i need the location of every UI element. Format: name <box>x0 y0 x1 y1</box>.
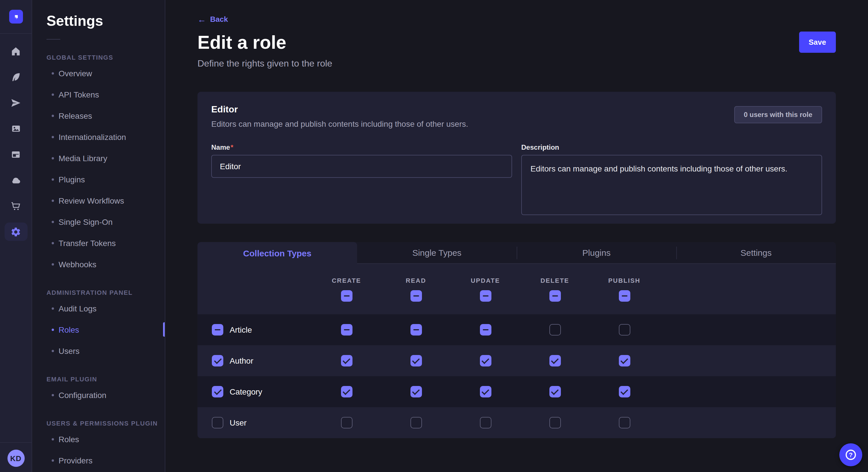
permission-column-delete: DELETE <box>520 264 590 314</box>
subnav-item-plugins[interactable]: Plugins <box>32 169 165 190</box>
bullet-icon <box>52 178 54 180</box>
row-category-checkbox[interactable] <box>212 386 223 398</box>
permission-cell <box>312 324 381 336</box>
row-article-checkbox[interactable] <box>212 324 223 336</box>
category-read-checkbox[interactable] <box>410 386 422 398</box>
tab-settings[interactable]: Settings <box>676 242 836 264</box>
nav-item-content-type-builder[interactable] <box>4 145 27 164</box>
subnav-item-label: Releases <box>59 111 92 120</box>
author-delete-checkbox[interactable] <box>549 355 561 367</box>
subnav-item-webhooks[interactable]: Webhooks <box>32 254 165 275</box>
subnav-item-label: Plugins <box>59 175 85 184</box>
user-delete-checkbox[interactable] <box>549 417 561 429</box>
content-type-builder-icon <box>10 149 21 160</box>
main-nav-sidebar: KD <box>0 0 32 472</box>
category-update-checkbox[interactable] <box>479 386 491 398</box>
nav-item-deploy[interactable] <box>4 94 27 112</box>
row-name-cell: Article <box>197 324 312 336</box>
article-update-checkbox[interactable] <box>479 324 491 336</box>
subnav-item-roles[interactable]: Roles <box>32 429 165 450</box>
user-update-checkbox[interactable] <box>479 417 491 429</box>
help-button[interactable]: ? <box>839 443 862 466</box>
select-all-delete-checkbox[interactable] <box>549 290 561 302</box>
subnav-item-single-sign-on[interactable]: Single Sign-On <box>32 211 165 232</box>
select-all-read-checkbox[interactable] <box>410 290 422 302</box>
nav-item-marketplace[interactable] <box>4 197 27 215</box>
subnav-item-releases[interactable]: Releases <box>32 105 165 126</box>
home-icon <box>10 45 21 57</box>
author-read-checkbox[interactable] <box>410 355 422 367</box>
content-manager-icon <box>10 71 21 82</box>
bullet-icon <box>52 242 54 244</box>
category-publish-checkbox[interactable] <box>619 386 630 398</box>
subnav-item-internationalization[interactable]: Internationalization <box>32 126 165 147</box>
select-all-update-checkbox[interactable] <box>479 290 491 302</box>
category-delete-checkbox[interactable] <box>549 386 561 398</box>
category-create-checkbox[interactable] <box>341 386 352 398</box>
deploy-icon <box>10 97 21 108</box>
row-label: User <box>229 418 247 427</box>
permission-cell <box>520 324 590 336</box>
subnav-item-audit-logs[interactable]: Audit Logs <box>32 298 165 319</box>
nav-item-cloud[interactable] <box>4 171 27 189</box>
role-info-card: Editor Editors can manage and publish co… <box>197 92 836 224</box>
tab-single-types[interactable]: Single Types <box>357 242 517 264</box>
permission-cell <box>590 355 659 367</box>
subnav-item-users[interactable]: Users <box>32 340 165 361</box>
tab-plugins[interactable]: Plugins <box>517 242 676 264</box>
nav-item-content-manager[interactable] <box>4 68 27 86</box>
users-with-role-button[interactable]: 0 users with this role <box>734 106 822 123</box>
save-button[interactable]: Save <box>799 32 836 53</box>
strapi-logo[interactable] <box>9 10 23 24</box>
article-delete-checkbox[interactable] <box>549 324 561 336</box>
name-input[interactable] <box>211 155 512 178</box>
subnav-item-configuration[interactable]: Configuration <box>32 384 165 405</box>
user-create-checkbox[interactable] <box>341 417 352 429</box>
permission-cell <box>520 386 590 398</box>
permission-cell <box>312 355 381 367</box>
row-label: Article <box>229 325 252 334</box>
article-publish-checkbox[interactable] <box>619 324 630 336</box>
subnav-item-label: Single Sign-On <box>59 217 113 226</box>
tab-collection-types[interactable]: Collection Types <box>197 242 357 264</box>
main-content: ← Back Edit a role Define the rights giv… <box>165 0 868 472</box>
user-read-checkbox[interactable] <box>410 417 422 429</box>
settings-subnav: Settings GLOBAL SETTINGSOverviewAPI Toke… <box>32 0 165 472</box>
subnav-item-label: Overview <box>59 69 92 78</box>
user-publish-checkbox[interactable] <box>619 417 630 429</box>
column-header-label: UPDATE <box>471 277 500 284</box>
row-author-checkbox[interactable] <box>212 355 223 367</box>
bullet-icon <box>52 114 54 117</box>
subnav-item-media-library[interactable]: Media Library <box>32 147 165 169</box>
row-name-cell: Author <box>197 355 312 367</box>
select-all-create-checkbox[interactable] <box>341 290 352 302</box>
subnav-item-api-tokens[interactable]: API Tokens <box>32 84 165 105</box>
nav-item-media-library[interactable] <box>4 119 27 138</box>
subnav-item-providers[interactable]: Providers <box>32 450 165 471</box>
article-create-checkbox[interactable] <box>341 324 352 336</box>
subnav-item-label: Review Workflows <box>59 196 124 205</box>
marketplace-icon <box>10 200 21 211</box>
nav-item-home[interactable] <box>4 42 27 60</box>
sidebar-divider <box>0 33 32 34</box>
author-publish-checkbox[interactable] <box>619 355 630 367</box>
user-avatar[interactable]: KD <box>7 450 24 467</box>
column-header-label: DELETE <box>540 277 569 284</box>
subnav-item-roles[interactable]: Roles <box>32 319 165 340</box>
select-all-publish-checkbox[interactable] <box>619 290 630 302</box>
main-nav-icons <box>4 42 27 241</box>
author-create-checkbox[interactable] <box>341 355 352 367</box>
role-head-text: Editor Editors can manage and publish co… <box>211 104 468 129</box>
article-read-checkbox[interactable] <box>410 324 422 336</box>
permission-cell <box>590 324 659 336</box>
name-field-group: Name* <box>211 142 512 217</box>
subnav-item-transfer-tokens[interactable]: Transfer Tokens <box>32 232 165 254</box>
author-update-checkbox[interactable] <box>479 355 491 367</box>
back-link[interactable]: ← Back <box>197 15 228 24</box>
subnav-item-review-workflows[interactable]: Review Workflows <box>32 190 165 211</box>
subnav-item-overview[interactable]: Overview <box>32 63 165 84</box>
nav-item-settings[interactable] <box>4 223 27 241</box>
description-textarea[interactable]: Editors can manage and publish contents … <box>521 155 822 215</box>
row-user-checkbox[interactable] <box>212 417 223 429</box>
page-title: Edit a role <box>197 32 836 53</box>
